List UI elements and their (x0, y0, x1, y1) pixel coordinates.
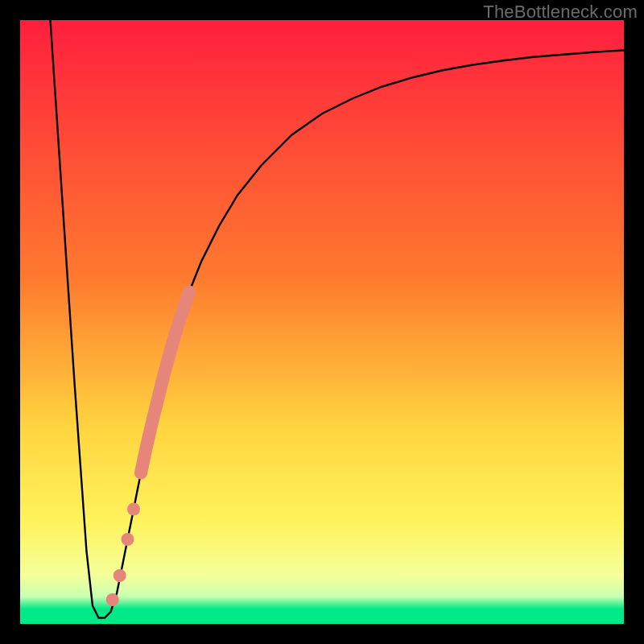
gradient-background (20, 20, 624, 624)
chart-frame: TheBottleneck.com (0, 0, 644, 644)
marker-dot (114, 569, 126, 582)
watermark-text: TheBottleneck.com (483, 2, 638, 23)
marker-dot (127, 503, 140, 516)
plot-svg (20, 20, 624, 624)
plot-area (20, 20, 624, 624)
marker-dot (106, 593, 119, 606)
marker-dot (122, 533, 134, 546)
